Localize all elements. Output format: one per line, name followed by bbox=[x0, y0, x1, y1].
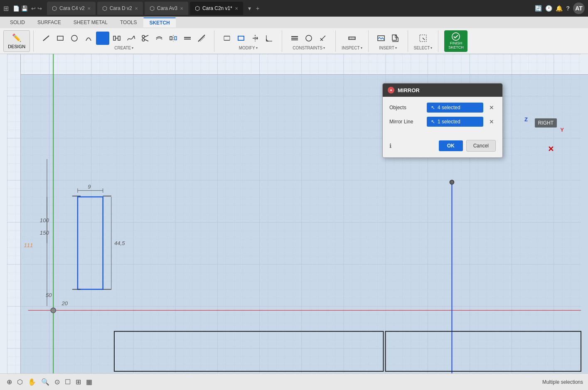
measure-tool[interactable] bbox=[345, 32, 359, 45]
constraints-label[interactable]: CONSTRAINTS▾ bbox=[293, 46, 325, 50]
objects-clear-btn[interactable]: ✕ bbox=[487, 103, 496, 113]
sep-3 bbox=[282, 30, 282, 52]
undo-icon[interactable]: ↩ bbox=[31, 5, 36, 12]
extend-tool[interactable] bbox=[248, 32, 262, 45]
select-tool[interactable] bbox=[416, 32, 430, 45]
tab-close-0[interactable]: ✕ bbox=[87, 6, 91, 11]
svg-rect-12 bbox=[175, 37, 177, 40]
tab-close-3[interactable]: ✕ bbox=[235, 6, 238, 11]
polygon-tool[interactable] bbox=[96, 32, 109, 45]
dialog-body: Objects ↖ 4 selected ✕ Mirror Line ↖ 1 s… bbox=[383, 97, 502, 137]
create-group: CREATE▾ bbox=[37, 32, 211, 50]
fillet-tool[interactable] bbox=[263, 32, 276, 45]
tab-dropdown-btn[interactable]: ▾ bbox=[246, 3, 253, 13]
tab-sketch[interactable]: SKETCH bbox=[143, 17, 175, 27]
finish-sketch-btn[interactable]: FINISH SKETCH bbox=[444, 30, 467, 52]
tab-cara-c2n[interactable]: ⬡ Cara C2n v1* ✕ bbox=[190, 2, 243, 15]
inspect-group: INSPECT▾ bbox=[339, 32, 364, 50]
dialog-title: MIRROR bbox=[398, 87, 420, 93]
mirror-line-row: Mirror Line ↖ 1 selected ✕ bbox=[389, 117, 496, 127]
sep-1 bbox=[33, 30, 34, 52]
app-grid-icon[interactable]: ⊞ bbox=[3, 5, 9, 12]
redo-icon[interactable]: ↪ bbox=[37, 5, 42, 12]
add-tab-btn[interactable]: + bbox=[254, 3, 261, 13]
finish-sketch-group: FINISH SKETCH bbox=[442, 30, 470, 52]
arc-tool[interactable] bbox=[82, 32, 95, 45]
svg-rect-0 bbox=[57, 36, 63, 40]
tab-tools[interactable]: TOOLS bbox=[114, 18, 143, 27]
line-tool[interactable] bbox=[39, 32, 53, 45]
tab-cara-d[interactable]: ⬡ Cara D v2 ✕ bbox=[97, 2, 143, 15]
status-display-icon[interactable]: ☐ bbox=[63, 376, 72, 388]
circle-tool[interactable] bbox=[68, 32, 81, 45]
project-tool[interactable] bbox=[195, 32, 208, 45]
offset-tool[interactable] bbox=[153, 32, 166, 45]
trim-tool[interactable] bbox=[234, 32, 248, 45]
tab-solid[interactable]: SOLID bbox=[4, 18, 31, 27]
dialog-title-bar: ● MIRROR bbox=[383, 83, 502, 97]
tab-close-2[interactable]: ✕ bbox=[180, 6, 183, 11]
user-avatar[interactable]: AT bbox=[573, 2, 585, 14]
coincident-constraint[interactable] bbox=[316, 32, 330, 45]
status-cursor-icon[interactable]: ⊕ bbox=[5, 376, 14, 388]
mirror-create-tool[interactable] bbox=[167, 32, 180, 45]
history-icon[interactable]: 🕐 bbox=[545, 5, 552, 12]
modify-label[interactable]: MODIFY▾ bbox=[239, 46, 258, 50]
insert-dxf-tool[interactable] bbox=[389, 32, 402, 45]
inspect-icons bbox=[345, 32, 359, 45]
save-icon[interactable]: 💾 bbox=[21, 5, 28, 12]
titlebar: ⊞ 📄 💾 ↩ ↪ ⬡ Cara C4 v2 ✕ ⬡ Cara D v2 ✕ ⬡… bbox=[0, 0, 588, 17]
notification-icon[interactable]: 🔔 bbox=[556, 5, 563, 12]
svg-point-6 bbox=[142, 35, 145, 38]
constraints-icons bbox=[288, 32, 330, 45]
tab-cara-c4[interactable]: ⬡ Cara C4 v2 ✕ bbox=[47, 2, 96, 15]
status-snap-icon[interactable]: ⬡ bbox=[15, 376, 25, 388]
create-label[interactable]: CREATE▾ bbox=[114, 46, 133, 50]
insert-icons bbox=[374, 32, 402, 45]
y-axis-label: Y bbox=[560, 127, 564, 133]
text-tool[interactable] bbox=[138, 32, 152, 45]
help-icon[interactable]: ? bbox=[566, 5, 570, 12]
status-zoom-icon[interactable]: 🔍 bbox=[39, 376, 51, 388]
horizontal-constraint[interactable] bbox=[288, 32, 301, 45]
spline-tool[interactable] bbox=[124, 32, 138, 45]
select-label[interactable]: SELECT▾ bbox=[414, 46, 433, 50]
tab-sheet-metal[interactable]: SHEET METAL bbox=[68, 18, 113, 27]
pattern-tool[interactable] bbox=[181, 32, 194, 45]
svg-rect-4 bbox=[118, 36, 120, 40]
inspect-label[interactable]: INSPECT▾ bbox=[342, 46, 362, 50]
tab-cara-av3[interactable]: ⬡ Cara Av3 ✕ bbox=[145, 2, 188, 15]
info-icon[interactable]: ℹ bbox=[389, 142, 391, 149]
ok-button[interactable]: OK bbox=[439, 140, 463, 151]
svg-point-61 bbox=[51, 308, 56, 313]
status-panel-icon[interactable]: ▦ bbox=[84, 376, 94, 388]
tab-surface[interactable]: SURFACE bbox=[32, 18, 67, 27]
status-grid-icon[interactable]: ⊞ bbox=[74, 376, 83, 388]
insert-label[interactable]: INSERT▾ bbox=[379, 46, 397, 50]
toolbar-tabs: SOLID SURFACE SHEET METAL TOOLS SKETCH bbox=[0, 17, 588, 28]
statusbar: ⊕ ⬡ ✋ 🔍 ⊙ ☐ ⊞ ▦ Multiple selections bbox=[0, 373, 588, 390]
design-button[interactable]: ✏️ DESIGN bbox=[3, 30, 30, 52]
tab-close-1[interactable]: ✕ bbox=[135, 6, 138, 11]
status-hand-icon[interactable]: ✋ bbox=[26, 376, 38, 388]
slot-tool[interactable] bbox=[110, 32, 123, 45]
autosave-icon[interactable]: 🔄 bbox=[535, 5, 542, 12]
vertical-constraint[interactable] bbox=[302, 32, 315, 45]
svg-text:150: 150 bbox=[40, 230, 49, 236]
objects-value: 4 selected bbox=[438, 105, 460, 110]
rectangle-tool[interactable] bbox=[54, 32, 67, 45]
dimension-tool[interactable] bbox=[220, 32, 234, 45]
file-icon[interactable]: 📄 bbox=[13, 5, 20, 12]
svg-rect-3 bbox=[113, 36, 116, 40]
tab-controls: ▾ + bbox=[246, 3, 261, 13]
cancel-button[interactable]: Cancel bbox=[466, 140, 496, 152]
mirror-line-value: 1 selected bbox=[438, 119, 460, 125]
mirror-line-clear-btn[interactable]: ✕ bbox=[487, 117, 496, 127]
objects-selector[interactable]: ↖ 4 selected bbox=[427, 103, 483, 113]
status-orbit-icon[interactable]: ⊙ bbox=[53, 376, 62, 388]
svg-point-26 bbox=[306, 35, 312, 41]
svg-text:100: 100 bbox=[40, 217, 49, 223]
mirror-line-selector[interactable]: ↖ 1 selected bbox=[427, 117, 483, 127]
insert-image-tool[interactable] bbox=[374, 32, 388, 45]
cursor-icon: ↖ bbox=[431, 105, 435, 110]
